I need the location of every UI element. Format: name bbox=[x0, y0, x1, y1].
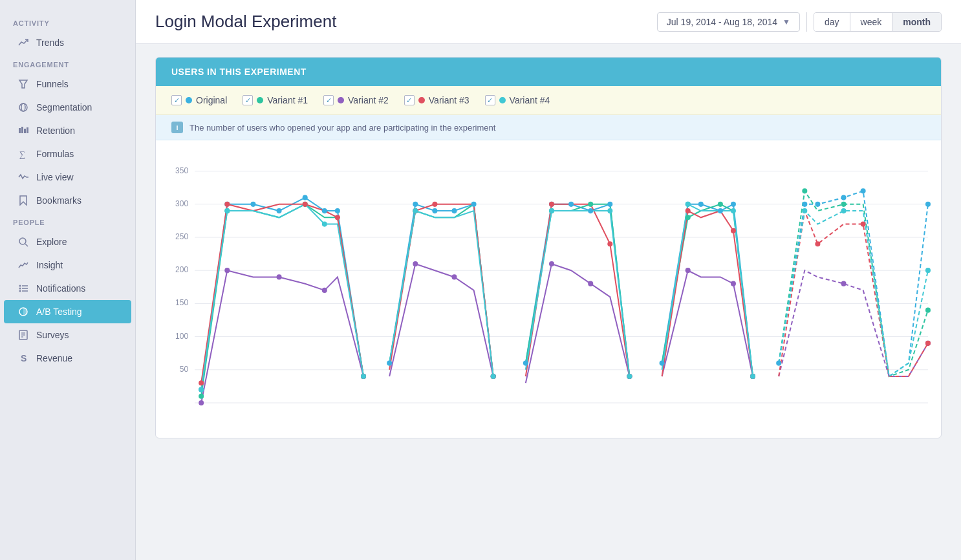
svg-point-109 bbox=[549, 202, 554, 207]
svg-point-67 bbox=[841, 195, 847, 200]
svg-marker-0 bbox=[19, 80, 27, 88]
sidebar-item-insight[interactable]: Insight bbox=[4, 253, 131, 277]
svg-marker-8 bbox=[20, 196, 27, 205]
sidebar-item-notifications[interactable]: Notifications bbox=[4, 277, 131, 300]
retention-icon bbox=[17, 124, 30, 137]
variant2-dot bbox=[338, 97, 344, 103]
content-area: USERS IN THIS EXPERIMENT ✓ Original ✓ Va… bbox=[136, 44, 961, 560]
svg-point-117 bbox=[925, 341, 931, 346]
sidebar-item-formulas[interactable]: ∑ Formulas bbox=[4, 142, 131, 166]
variant3-label: Variant #3 bbox=[429, 95, 470, 105]
trends-icon bbox=[17, 36, 30, 49]
variant2-label: Variant #2 bbox=[348, 95, 389, 105]
svg-text:∑: ∑ bbox=[19, 149, 25, 159]
legend-row: ✓ Original ✓ Variant #1 ✓ Variant #2 ✓ bbox=[156, 86, 941, 115]
svg-point-90 bbox=[413, 261, 418, 266]
svg-point-12 bbox=[19, 288, 21, 290]
sidebar-item-bookmarks[interactable]: Bookmarks bbox=[4, 189, 131, 212]
variant4-checkbox[interactable]: ✓ bbox=[485, 95, 495, 105]
svg-rect-4 bbox=[21, 127, 23, 133]
svg-text:150: 150 bbox=[175, 298, 188, 307]
info-bar: i The number of users who opened your ap… bbox=[156, 115, 941, 140]
svg-point-46 bbox=[387, 360, 392, 365]
time-period-group: day week month bbox=[814, 12, 942, 32]
svg-point-116 bbox=[861, 221, 866, 226]
svg-point-101 bbox=[199, 380, 204, 385]
svg-point-113 bbox=[731, 228, 736, 233]
sidebar-item-trends[interactable]: Trends bbox=[4, 31, 131, 54]
insight-label: Insight bbox=[36, 260, 63, 270]
variant3-checkbox[interactable]: ✓ bbox=[404, 95, 415, 105]
info-icon: i bbox=[171, 122, 183, 133]
legend-variant1[interactable]: ✓ Variant #1 bbox=[243, 95, 308, 105]
svg-point-88 bbox=[322, 288, 327, 293]
svg-point-68 bbox=[861, 188, 866, 193]
svg-point-131 bbox=[841, 208, 847, 213]
bookmarks-icon bbox=[17, 194, 30, 207]
month-button[interactable]: month bbox=[892, 13, 941, 31]
week-button[interactable]: week bbox=[850, 13, 893, 31]
svg-text:300: 300 bbox=[175, 199, 188, 208]
svg-point-77 bbox=[588, 202, 593, 207]
page-title: Login Modal Experiment bbox=[155, 12, 336, 32]
svg-point-66 bbox=[815, 202, 820, 207]
variant1-label: Variant #1 bbox=[267, 95, 308, 105]
legend-variant3[interactable]: ✓ Variant #3 bbox=[404, 95, 470, 105]
svg-point-69 bbox=[925, 202, 931, 207]
svg-point-102 bbox=[224, 202, 230, 207]
header-controls: Jul 19, 2014 - Aug 18, 2014 ▼ day week m… bbox=[657, 12, 942, 32]
variant1-checkbox[interactable]: ✓ bbox=[243, 95, 253, 105]
sidebar-item-surveys[interactable]: Surveys bbox=[4, 323, 131, 347]
sidebar-item-revenue[interactable]: S Revenue bbox=[4, 347, 131, 370]
svg-point-1 bbox=[19, 103, 27, 111]
sidebar-item-retention[interactable]: Retention bbox=[4, 119, 131, 142]
svg-point-64 bbox=[776, 360, 781, 365]
svg-point-43 bbox=[322, 208, 327, 213]
svg-point-85 bbox=[199, 400, 204, 405]
trends-label: Trends bbox=[36, 38, 64, 48]
svg-point-44 bbox=[335, 208, 340, 213]
date-range-picker[interactable]: Jul 19, 2014 - Aug 18, 2014 ▼ bbox=[657, 12, 800, 32]
chart-area: 350 300 250 200 150 100 50 bbox=[156, 140, 941, 438]
ab-testing-label: A/B Testing bbox=[36, 307, 82, 317]
sidebar-item-live-view[interactable]: Live view bbox=[4, 166, 131, 189]
svg-point-65 bbox=[802, 202, 807, 207]
svg-line-10 bbox=[25, 244, 28, 246]
svg-point-107 bbox=[432, 202, 437, 207]
revenue-icon: S bbox=[17, 352, 30, 365]
svg-point-82 bbox=[802, 188, 807, 193]
svg-point-86 bbox=[224, 268, 230, 273]
day-button[interactable]: day bbox=[814, 13, 850, 31]
sidebar-item-funnels[interactable]: Funnels bbox=[4, 72, 131, 96]
svg-point-121 bbox=[361, 374, 366, 379]
svg-point-126 bbox=[627, 374, 632, 379]
legend-original[interactable]: ✓ Original bbox=[171, 95, 227, 105]
sidebar-item-segmentation[interactable]: Segmentation bbox=[4, 96, 131, 119]
sidebar-item-explore[interactable]: Explore bbox=[4, 230, 131, 253]
legend-variant2[interactable]: ✓ Variant #2 bbox=[323, 95, 389, 105]
notifications-label: Notifications bbox=[36, 283, 85, 294]
info-text: The number of users who opened your app … bbox=[189, 123, 495, 133]
chart-svg: 350 300 250 200 150 100 50 bbox=[169, 153, 934, 431]
variant2-checkbox[interactable]: ✓ bbox=[323, 95, 334, 105]
live-view-label: Live view bbox=[36, 172, 74, 182]
svg-text:S: S bbox=[21, 353, 27, 363]
svg-point-127 bbox=[686, 202, 691, 207]
svg-text:50: 50 bbox=[180, 365, 189, 374]
svg-point-79 bbox=[686, 215, 691, 220]
main-panel: Login Modal Experiment Jul 19, 2014 - Au… bbox=[136, 0, 961, 560]
chart-card-header: USERS IN THIS EXPERIMENT bbox=[156, 58, 941, 86]
funnels-label: Funnels bbox=[36, 79, 69, 89]
engagement-section-label: ENGAGEMENT bbox=[0, 54, 135, 72]
original-checkbox[interactable]: ✓ bbox=[171, 95, 182, 105]
legend-variant4[interactable]: ✓ Variant #4 bbox=[485, 95, 550, 105]
svg-text:250: 250 bbox=[175, 232, 188, 241]
variant4-dot bbox=[499, 97, 506, 103]
sidebar-item-ab-testing[interactable]: A/B Testing bbox=[4, 300, 131, 323]
svg-point-110 bbox=[607, 241, 612, 246]
svg-point-40 bbox=[250, 202, 255, 207]
svg-text:100: 100 bbox=[175, 332, 188, 341]
svg-point-60 bbox=[698, 202, 704, 207]
svg-point-104 bbox=[335, 215, 340, 220]
activity-section-label: ACTIVITY bbox=[0, 13, 135, 31]
